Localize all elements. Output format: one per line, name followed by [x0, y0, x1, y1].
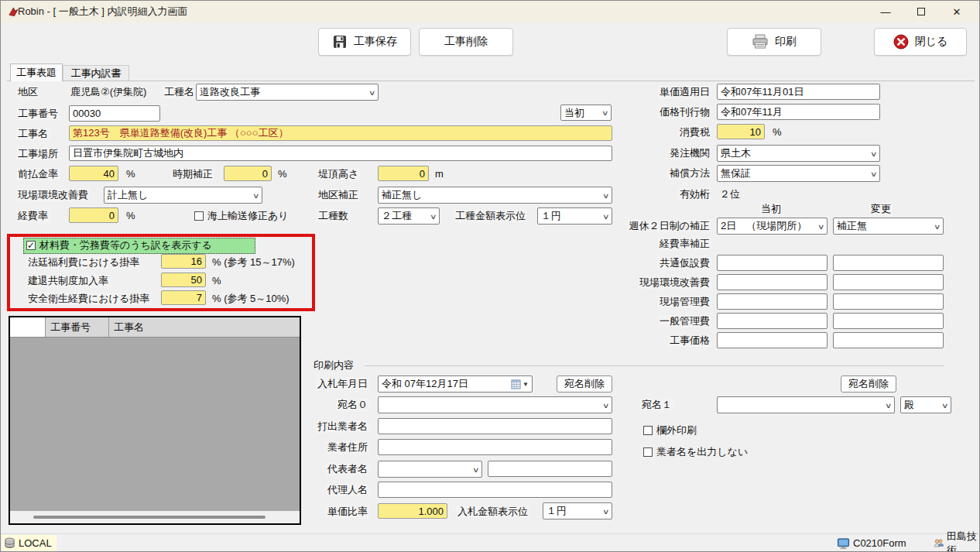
advance-rate-unit: %	[125, 168, 137, 180]
site-env-cost-change-input[interactable]	[833, 274, 944, 290]
work-type-count-select[interactable]: ２工種 ∨	[378, 207, 440, 225]
site-management-cost-change-input[interactable]	[833, 293, 944, 310]
work-type-select[interactable]: 道路改良工事 ∨	[196, 84, 379, 101]
minimize-button[interactable]: —	[868, 1, 903, 22]
calendar-dropdown[interactable]: ▼	[511, 379, 529, 389]
welfare-rate-input[interactable]: 16	[161, 254, 206, 269]
bid-date-picker[interactable]: 令和 07年12月17日 ▼	[378, 375, 533, 393]
checkbox-checked-icon	[26, 241, 36, 250]
show-material-labor-checkbox[interactable]: 材料費・労務費等のうち訳を表示する	[23, 238, 255, 254]
agent-name-label: 代理人名	[326, 484, 369, 496]
addressee1-delete-button[interactable]: 宛名削除	[841, 375, 896, 393]
printed-contractor-label: 打出業者名	[316, 420, 369, 433]
kentaikyo-rate-value: 50	[191, 274, 202, 286]
unit-price-ratio-input[interactable]: 1.000	[378, 503, 447, 519]
caret-down-icon: ▼	[523, 381, 529, 388]
chevron-down-icon: ∨	[472, 465, 480, 473]
print-button[interactable]: 印刷	[727, 28, 821, 56]
district-correction-select[interactable]: 補正無し ∨	[378, 187, 612, 204]
representative-name-input[interactable]	[488, 461, 612, 477]
project-name-input[interactable]: 第123号 県単道路整備(改良)工事 （○○○工区）	[69, 125, 612, 141]
season-correction-input[interactable]: 0	[224, 166, 272, 181]
bid-amount-digit-label: 入札金額表示位	[456, 506, 529, 518]
common-temp-cost-initial-input[interactable]	[717, 255, 828, 271]
status-bar: LOCAL C0210Form 田島技術	[1, 533, 979, 551]
delete-project-label: 工事削除	[444, 35, 488, 49]
calendar-icon	[511, 379, 521, 389]
site-management-cost-initial-input[interactable]	[717, 293, 828, 310]
guarantee-method-value: 無保証	[721, 166, 751, 180]
site-env-cost-label: 現場環境改善費	[638, 276, 711, 289]
general-management-cost-change-input[interactable]	[833, 313, 944, 329]
general-management-cost-initial-input[interactable]	[717, 313, 828, 329]
five-day-week-initial-select[interactable]: 2日 （現場閉所） ∨	[717, 218, 828, 235]
column-initial-header: 当初	[759, 203, 783, 215]
site-env-improvement-select[interactable]: 計上無し ∨	[104, 187, 262, 204]
project-list-header-row: 工事番号 工事名	[10, 317, 300, 338]
work-amount-digit-select[interactable]: １円 ∨	[537, 207, 612, 225]
bid-amount-digit-select[interactable]: １円 ∨	[543, 502, 612, 519]
addressee1-delete-label: 宛名削除	[848, 377, 889, 391]
chevron-down-icon: ∨	[602, 212, 610, 220]
horizontal-scrollbar[interactable]	[10, 511, 300, 523]
form-id-label: C0210Form	[853, 537, 906, 549]
show-material-labor-label: 材料費・労務費等のうち訳を表示する	[39, 239, 212, 251]
tab-koji-uchiwakesho[interactable]: 工事内訳書	[63, 65, 129, 81]
agent-name-input[interactable]	[378, 482, 612, 498]
expense-rate-correction-label: 経費率補正	[658, 238, 711, 250]
consumption-tax-input[interactable]: 10	[717, 124, 765, 139]
project-location-input[interactable]: 日置市伊集院町古城地内	[69, 146, 612, 161]
safety-rate-input[interactable]: 7	[161, 290, 206, 305]
contractor-address-input[interactable]	[378, 439, 612, 455]
project-price-change-input[interactable]	[833, 332, 944, 348]
honorific-select[interactable]: 殿 ∨	[900, 396, 951, 413]
sea-transport-checkbox[interactable]: 海上輸送修正あり	[194, 210, 289, 222]
tab-koji-hyodai[interactable]: 工事表題	[10, 63, 63, 81]
district-correction-value: 補正無し	[382, 188, 422, 202]
common-temp-cost-change-input[interactable]	[833, 255, 944, 271]
margin-print-checkbox[interactable]: 欄外印刷	[643, 424, 697, 437]
price-publication-value: 令和07年11月	[721, 105, 783, 119]
safety-rate-suffix: % (参考 5～10%)	[211, 293, 291, 305]
bid-date-label: 入札年月日	[316, 378, 369, 390]
kentaikyo-rate-input[interactable]: 50	[161, 273, 206, 287]
ordering-agency-select[interactable]: 県土木 ∨	[717, 145, 880, 162]
save-project-button[interactable]: 工事保存	[318, 28, 411, 56]
addressee0-label: 宛名０	[336, 399, 369, 411]
chevron-down-icon: ∨	[602, 191, 610, 199]
addressee1-select[interactable]: ∨	[717, 396, 895, 413]
project-name-column-header: 工事名	[109, 317, 300, 337]
close-x-icon	[893, 34, 909, 50]
sea-transport-label: 海上輸送修正あり	[207, 210, 289, 221]
guarantee-method-select[interactable]: 無保証 ∨	[717, 165, 880, 182]
project-list-table[interactable]: 工事番号 工事名	[9, 316, 301, 525]
advance-rate-input[interactable]: 40	[69, 166, 118, 181]
maximize-button[interactable]	[903, 1, 939, 22]
printed-contractor-input[interactable]	[378, 418, 612, 434]
crest-height-input[interactable]: 0	[378, 166, 429, 181]
addressee0-select[interactable]: ∨	[378, 396, 612, 413]
project-price-initial-input[interactable]	[717, 332, 828, 348]
close-window-button[interactable]: ✕	[939, 1, 975, 22]
hide-contractor-name-checkbox[interactable]: 業者名を出力しない	[643, 446, 748, 458]
printer-icon	[752, 34, 769, 50]
initial-change-select[interactable]: 当初 ∨	[560, 105, 612, 121]
delete-project-button[interactable]: 工事削除	[419, 28, 513, 56]
close-screen-button[interactable]: 閉じる	[874, 28, 967, 56]
project-number-input[interactable]: 00030	[69, 105, 160, 122]
users-icon	[934, 537, 944, 549]
unit-price-date-input[interactable]: 令和07年11月01日	[717, 84, 880, 100]
expense-rate-input[interactable]: 0	[69, 207, 118, 223]
price-publication-input[interactable]: 令和07年11月	[717, 104, 880, 120]
row-selector-header	[10, 317, 46, 337]
addressee0-delete-button[interactable]: 宛名削除	[557, 375, 612, 393]
representative-title-select[interactable]: ∨	[378, 461, 482, 478]
scrollbar-thumb[interactable]	[33, 516, 266, 519]
app-icon	[8, 6, 19, 18]
five-day-week-change-select[interactable]: 補正無 ∨	[833, 218, 944, 235]
advance-rate-value: 40	[104, 168, 115, 180]
save-project-label: 工事保存	[354, 35, 397, 49]
general-management-cost-label: 一般管理費	[658, 315, 711, 327]
hide-contractor-name-label: 業者名を出力しない	[656, 446, 748, 458]
site-env-cost-initial-input[interactable]	[717, 274, 828, 290]
